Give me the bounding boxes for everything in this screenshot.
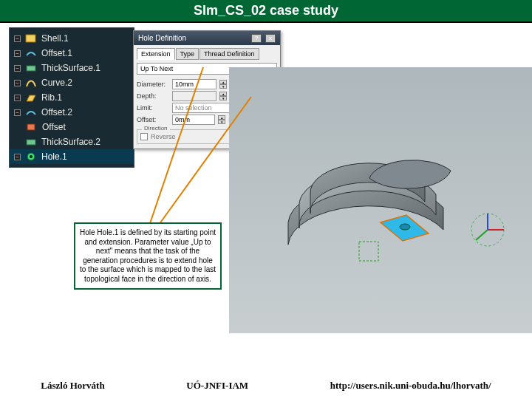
- tree-item-label: ThickSurface.2: [41, 137, 100, 147]
- tab-type[interactable]: Type: [176, 48, 200, 60]
- diameter-field[interactable]: 10mm: [172, 79, 216, 89]
- tree-item-hole1[interactable]: − Hole.1: [10, 149, 134, 164]
- tree-item-curve2[interactable]: − Curve.2: [10, 75, 134, 90]
- tree-item-label: Hole.1: [41, 151, 67, 162]
- tree-item-thicksurf1[interactable]: − ThickSurface.1: [10, 61, 134, 75]
- depth-label: Depth:: [137, 92, 169, 100]
- svg-point-8: [400, 224, 410, 230]
- shell-icon: [25, 33, 37, 44]
- offset-field[interactable]: 0mm: [172, 115, 215, 125]
- svg-rect-0: [26, 35, 35, 42]
- expand-icon[interactable]: −: [14, 95, 21, 101]
- svg-line-12: [476, 230, 488, 240]
- depth-field: [172, 91, 216, 101]
- tree-item-label: Offset.1: [41, 48, 72, 58]
- tree-item-label: Shell.1: [41, 33, 69, 44]
- tree-item-offset-child[interactable]: Offset: [10, 120, 134, 134]
- plane-gizmo[interactable]: [355, 237, 384, 267]
- curve-icon: [25, 78, 37, 88]
- offset-label: Offset:: [137, 116, 169, 123]
- limit-label: Limit:: [137, 104, 169, 112]
- tree-item-label: Offset.2: [41, 107, 72, 117]
- offset-icon: [25, 48, 37, 58]
- tree-item-label: Curve.2: [41, 78, 72, 88]
- offset-icon: [25, 107, 37, 117]
- tree-item-label: Rib.1: [41, 92, 62, 103]
- reverse-label: Reverse: [151, 133, 176, 140]
- expand-icon[interactable]: −: [14, 35, 21, 42]
- help-button[interactable]: ?: [251, 34, 262, 43]
- tree-item-label: ThickSurface.1: [41, 63, 100, 73]
- offset-icon: [26, 122, 38, 132]
- footer-author: László Horváth: [41, 380, 104, 392]
- thicksurface-icon: [25, 63, 37, 73]
- dialog-tabs: Extension Type Thread Definition: [137, 48, 277, 60]
- footer-url: http://users.nik.uni-obuda.hu/lhorvath/: [330, 380, 491, 392]
- svg-rect-1: [27, 66, 35, 71]
- diameter-label: Diameter:: [137, 81, 169, 88]
- compass-gizmo[interactable]: [466, 208, 510, 252]
- tree-item-shell[interactable]: − Shell.1: [10, 31, 134, 46]
- depth-spinner: ▴▾: [219, 92, 227, 100]
- dialog-title-text: Hole Definition: [138, 34, 186, 42]
- close-button[interactable]: x: [265, 34, 276, 43]
- expand-icon[interactable]: −: [14, 50, 21, 57]
- annotation-callout: Hole Hole.1 is defined by its starting p…: [74, 222, 222, 290]
- tree-item-rib1[interactable]: − Rib.1: [10, 90, 134, 105]
- diameter-spinner[interactable]: ▴▾: [219, 80, 227, 89]
- svg-rect-2: [27, 124, 35, 130]
- tree-item-offset2[interactable]: − Offset.2: [10, 105, 134, 120]
- direction-section-title: Direction: [142, 125, 170, 132]
- tree-item-thicksurf2[interactable]: ThickSurface.2: [10, 134, 134, 149]
- expand-icon[interactable]: −: [14, 154, 21, 160]
- tree-item-offset1[interactable]: − Offset.1: [10, 46, 134, 61]
- offset-spinner[interactable]: ▴▾: [218, 115, 225, 124]
- expand-icon[interactable]: −: [14, 109, 21, 116]
- slide-title: Slm_CS_02 case study: [0, 0, 532, 23]
- slide-footer: László Horváth UÓ-JNFI-IAM http://users.…: [0, 380, 532, 392]
- checkbox-icon: [140, 133, 148, 140]
- svg-rect-3: [27, 140, 35, 145]
- svg-point-5: [30, 155, 33, 158]
- expand-icon[interactable]: −: [14, 65, 21, 72]
- slide-body: − Shell.1 − Offset.1 − ThickSurface.1 − …: [0, 23, 532, 378]
- tree-item-label: Offset: [42, 122, 66, 132]
- feature-tree: − Shell.1 − Offset.1 − ThickSurface.1 − …: [9, 27, 134, 168]
- svg-rect-13: [359, 242, 378, 261]
- tab-extension[interactable]: Extension: [137, 48, 175, 60]
- hole-icon: [25, 151, 37, 162]
- limit-field[interactable]: No selection: [172, 103, 231, 113]
- tab-thread[interactable]: Thread Definition: [200, 48, 259, 60]
- thicksurface-icon: [25, 137, 37, 147]
- mode-value: Up To Next: [140, 65, 173, 72]
- expand-icon[interactable]: −: [14, 80, 21, 86]
- rib-icon: [25, 92, 37, 103]
- footer-org: UÓ-JNFI-IAM: [186, 380, 248, 392]
- 3d-viewport[interactable]: [229, 67, 532, 333]
- dialog-titlebar[interactable]: Hole Definition ? x: [134, 31, 280, 45]
